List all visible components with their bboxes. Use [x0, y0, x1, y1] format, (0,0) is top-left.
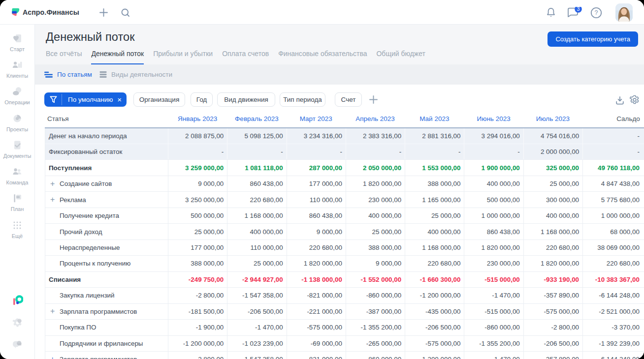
svg-text:?: ? — [595, 9, 598, 16]
svg-text:3: 3 — [577, 7, 580, 12]
